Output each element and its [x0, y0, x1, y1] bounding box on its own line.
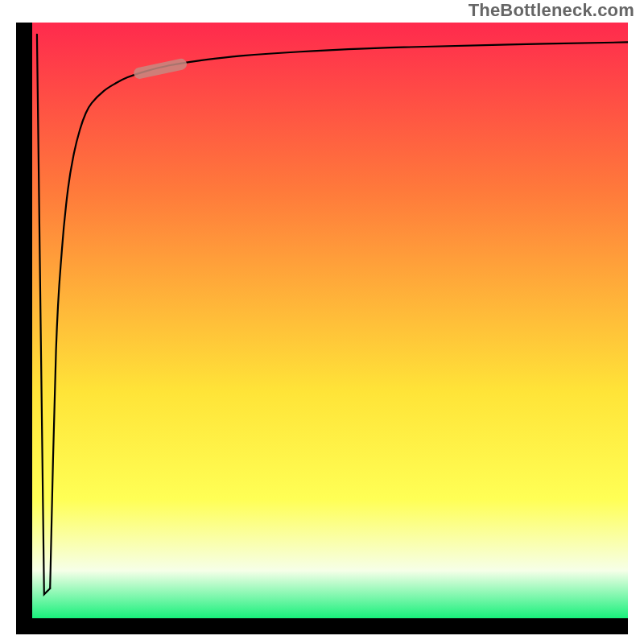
x-axis-band [16, 618, 628, 634]
plot-area [16, 23, 628, 634]
y-axis-band [16, 23, 32, 634]
attribution-label: TheBottleneck.com [469, 0, 634, 21]
gradient-background [32, 23, 628, 618]
chart-svg [16, 23, 628, 634]
chart-container: TheBottleneck.com [0, 0, 644, 644]
